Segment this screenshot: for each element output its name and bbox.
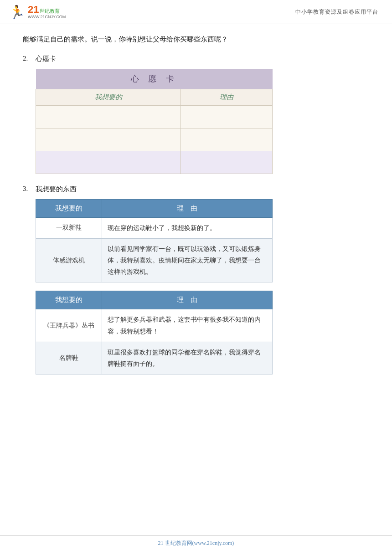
wish-card-table: 心 愿 卡 我想要的 理由 [36,69,273,174]
main-content: 能够满足自己的需求。说一说，你特别想让父母给你买哪些东西呢？ 2. 心愿卡 心 … [0,24,392,410]
platform-label: 中小学教育资源及组卷应用平台 [295,8,378,16]
wish-card-title-cell: 心 愿 卡 [36,69,273,89]
logo-century: 世纪教育 [40,9,60,14]
s3-table1-row2-col2: 以前看见同学家有一台，既可以玩游戏，又可以锻炼身体，我特别喜欢。疫情期间在家太无… [102,238,273,282]
section2-label: 心愿卡 [36,55,56,63]
s3-table1-row1-col2: 现在穿的运动鞋小了，我想换新的了。 [102,217,273,238]
section3-label: 我想要的东西 [36,185,77,194]
section3-title: 3. 我想要的东西 [23,185,369,194]
wish-card-title-row: 心 愿 卡 [36,69,273,89]
intro-text: 能够满足自己的需求。说一说，你特别想让父母给你买哪些东西呢？ [23,33,369,46]
s3-table1-row1: 一双新鞋 现在穿的运动鞋小了，我想换新的了。 [36,217,273,238]
wish-card-body-row1-col1 [36,105,181,128]
s3-table2-row2-col2: 班里很多喜欢打篮球的同学都在穿名牌鞋，我觉得穿名牌鞋挺有面子的。 [102,342,273,374]
s3-table1-header-row: 我想要的 理 由 [36,199,273,217]
wish-card-header-row: 我想要的 理由 [36,89,273,105]
s3-table2-row1: 《王牌兵器》丛书 想了解更多兵器和武器，这套书中有很多我不知道的内容，我特别想看… [36,309,273,342]
section3-table2: 我想要的 理 由 《王牌兵器》丛书 想了解更多兵器和武器，这套书中有很多我不知道… [36,291,273,374]
s3-table2-header-row: 我想要的 理 由 [36,291,273,309]
wish-card-col1-header: 我想要的 [36,89,181,105]
s3-table2-col2-header: 理 由 [102,291,273,309]
page-header: 🏃 21 世纪教育 WWW.21CNJY.COM 中小学教育资源及组卷应用平台 [0,0,392,24]
logo-21: 21 [28,5,39,15]
wish-card-body-row-2 [36,128,273,151]
page-footer: 21 世纪教育网(www.21cnjy.com) [0,535,392,547]
s3-table1-col2-header: 理 由 [102,199,273,217]
wish-card-body-row3-col1 [36,151,181,174]
wish-card-body-row2-col2 [181,128,273,151]
logo-www: WWW.21CNJY.COM [28,15,66,20]
wish-card-body-row-3 [36,151,273,174]
wish-card-body-row2-col1 [36,128,181,151]
s3-table2-row1-col1: 《王牌兵器》丛书 [36,309,102,342]
section3-number: 3. [23,185,32,194]
s3-table2-row2: 名牌鞋 班里很多喜欢打篮球的同学都在穿名牌鞋，我觉得穿名牌鞋挺有面子的。 [36,342,273,374]
logo-text: 21 世纪教育 WWW.21CNJY.COM [28,5,66,20]
section3-table1: 我想要的 理 由 一双新鞋 现在穿的运动鞋小了，我想换新的了。 体感游戏机 以前… [36,199,273,283]
wish-card-body-row-1 [36,105,273,128]
s3-table2-row2-col1: 名牌鞋 [36,342,102,374]
s3-table1-col1-header: 我想要的 [36,199,102,217]
s3-table1-row2: 体感游戏机 以前看见同学家有一台，既可以玩游戏，又可以锻炼身体，我特别喜欢。疫情… [36,238,273,282]
wish-card-col2-header: 理由 [181,89,273,105]
s3-table2-col1-header: 我想要的 [36,291,102,309]
s3-table2-row1-col2: 想了解更多兵器和武器，这套书中有很多我不知道的内容，我特别想看！ [102,309,273,342]
s3-table1-row2-col1: 体感游戏机 [36,238,102,282]
s3-table1-row1-col1: 一双新鞋 [36,217,102,238]
section2-number: 2. [23,55,32,63]
runner-icon: 🏃 [9,5,25,20]
section2-title: 2. 心愿卡 [23,55,369,63]
footer-text: 21 世纪教育网(www.21cnjy.com) [158,540,234,546]
wish-card-body-row3-col2 [181,151,273,174]
wish-card-body-row1-col2 [181,105,273,128]
logo-area: 🏃 21 世纪教育 WWW.21CNJY.COM [9,5,66,20]
